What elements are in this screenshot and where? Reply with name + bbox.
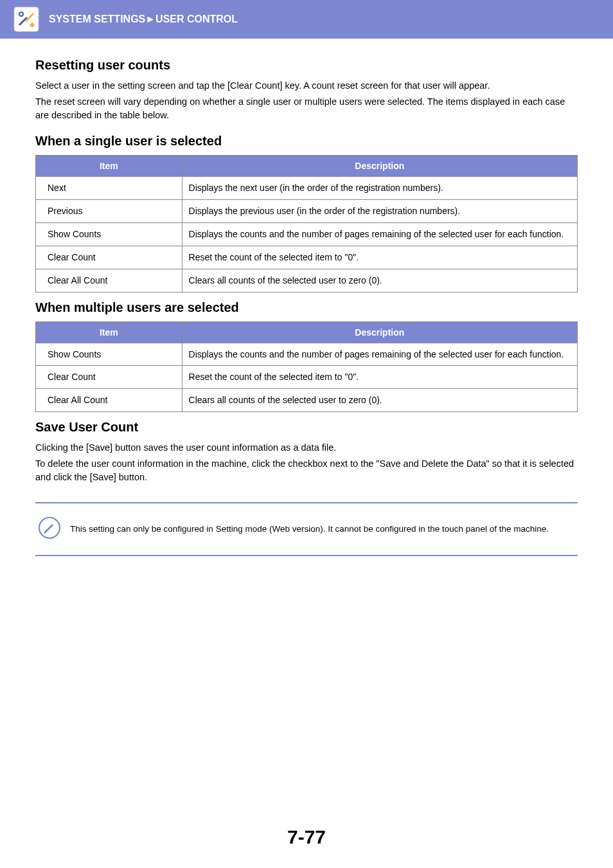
table-single-user: Item Description Next Displays the next … bbox=[35, 155, 578, 292]
note-block: This setting can only be configured in S… bbox=[35, 502, 578, 556]
table-row: Show Counts Displays the counts and the … bbox=[36, 222, 578, 246]
table-row: Clear Count Reset the count of the selec… bbox=[36, 366, 578, 389]
cell-item: Clear Count bbox=[36, 246, 182, 269]
table-multiple-users: Item Description Show Counts Displays th… bbox=[35, 321, 578, 413]
pencil-icon bbox=[38, 516, 61, 542]
table-row: Previous Displays the previous user (in … bbox=[36, 199, 578, 222]
page-content: Resetting user counts Select a user in t… bbox=[0, 39, 613, 556]
heading-resetting: Resetting user counts bbox=[35, 58, 578, 73]
table-row: Next Displays the next user (in the orde… bbox=[36, 177, 578, 200]
page-number: 7-77 bbox=[0, 826, 613, 867]
reset-paragraph-2: The reset screen will vary depending on … bbox=[35, 95, 578, 122]
cell-item: Previous bbox=[36, 199, 182, 222]
table-row: Clear All Count Clears all counts of the… bbox=[36, 389, 578, 412]
cell-desc: Displays the counts and the number of pa… bbox=[182, 222, 577, 246]
note-rule-bottom bbox=[35, 555, 578, 556]
table-row: Clear Count Reset the count of the selec… bbox=[36, 246, 578, 269]
cell-desc: Displays the next user (in the order of … bbox=[182, 177, 577, 200]
cell-item: Clear All Count bbox=[36, 269, 182, 292]
col-description: Description bbox=[182, 321, 577, 343]
cell-desc: Reset the count of the selected item to … bbox=[182, 366, 577, 389]
cell-desc: Clears all counts of the selected user t… bbox=[182, 269, 577, 292]
cell-desc: Clears all counts of the selected user t… bbox=[182, 389, 577, 412]
cell-item: Clear All Count bbox=[36, 389, 182, 412]
cell-item: Next bbox=[36, 177, 182, 200]
col-item: Item bbox=[36, 156, 182, 177]
cell-desc: Reset the count of the selected item to … bbox=[182, 246, 577, 269]
save-paragraph-1: Clicking the [Save] button saves the use… bbox=[35, 441, 578, 455]
heading-multiple-users: When multiple users are selected bbox=[35, 300, 578, 315]
note-text: This setting can only be configured in S… bbox=[70, 523, 549, 536]
header-bar: SYSTEM SETTINGS►USER CONTROL bbox=[0, 0, 613, 39]
heading-single-user: When a single user is selected bbox=[35, 134, 578, 149]
cell-desc: Displays the previous user (in the order… bbox=[182, 199, 577, 222]
col-item: Item bbox=[36, 321, 182, 343]
heading-save-user-count: Save User Count bbox=[35, 420, 578, 435]
reset-paragraph-1: Select a user in the setting screen and … bbox=[35, 79, 578, 93]
col-description: Description bbox=[182, 156, 577, 177]
breadcrumb: SYSTEM SETTINGS►USER CONTROL bbox=[49, 14, 238, 25]
table-row: Clear All Count Clears all counts of the… bbox=[36, 269, 578, 292]
cell-item: Show Counts bbox=[36, 343, 182, 366]
cell-desc: Displays the counts and the number of pa… bbox=[182, 343, 577, 366]
table-row: Show Counts Displays the counts and the … bbox=[36, 343, 578, 366]
save-paragraph-2: To delete the user count information in … bbox=[35, 457, 578, 484]
tools-icon bbox=[13, 6, 40, 33]
cell-item: Clear Count bbox=[36, 366, 182, 389]
cell-item: Show Counts bbox=[36, 222, 182, 246]
